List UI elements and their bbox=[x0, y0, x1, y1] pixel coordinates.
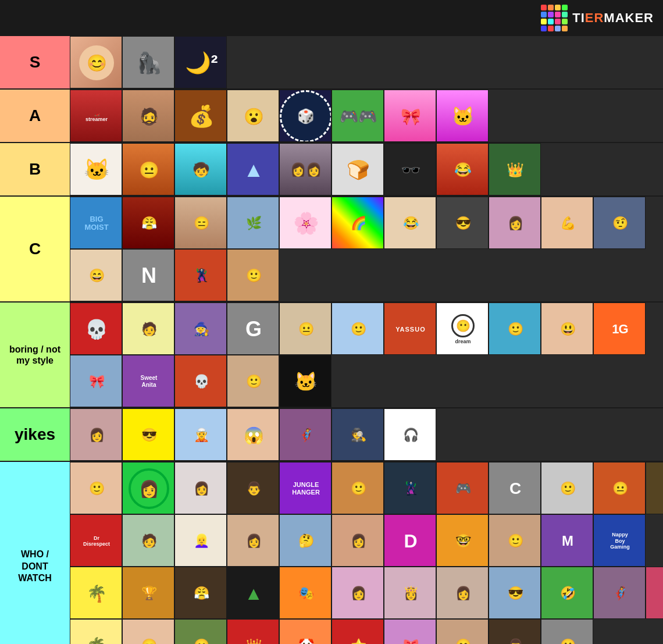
list-item: 🙂 bbox=[70, 462, 122, 514]
list-item: 😃 bbox=[541, 303, 593, 355]
tiermaker-logo: TiERMAKER bbox=[541, 5, 654, 31]
list-item: 😐 bbox=[174, 619, 227, 644]
list-item: 🌿 bbox=[227, 197, 279, 249]
list-item: 👩 bbox=[70, 408, 122, 461]
tier-items-yikes: 👩 😎 🧝 😱 🦸 🕵️ 🎧 bbox=[70, 408, 663, 461]
list-item: 😂 bbox=[384, 197, 436, 249]
list-item: 🎧 bbox=[384, 408, 436, 461]
list-item: 😎 bbox=[489, 567, 541, 619]
list-item: 😤 bbox=[122, 197, 174, 249]
list-item: 😱 bbox=[227, 408, 279, 461]
list-item: YASSUO bbox=[384, 303, 436, 355]
list-item: 🤓 bbox=[436, 514, 489, 567]
list-item: 💪 bbox=[541, 197, 593, 249]
tier-row-yikes: yikes 👩 😎 🧝 😱 🦸 🕵️ bbox=[0, 408, 663, 462]
list-item: 💀 bbox=[174, 355, 227, 407]
list-item: 🏎️streamer bbox=[70, 90, 122, 142]
list-item: 😊 bbox=[70, 36, 122, 88]
app-container: TiERMAKER S 😊 🦍 🌙² bbox=[0, 0, 663, 644]
list-item: 😮 bbox=[227, 90, 279, 142]
list-item: 😄 bbox=[70, 249, 122, 301]
list-item: 🙂 bbox=[227, 355, 279, 407]
logo-text: TiERMAKER bbox=[572, 10, 654, 26]
list-item: 🙂 bbox=[489, 303, 541, 355]
tier-row-s: S 😊 🦍 🌙² bbox=[0, 36, 663, 90]
tier-label-a: A bbox=[0, 90, 70, 142]
list-item: M bbox=[541, 514, 593, 567]
list-item: G bbox=[227, 303, 279, 355]
list-item: 🎭 bbox=[279, 567, 332, 619]
list-item: 😐 bbox=[122, 143, 174, 195]
list-item: 🙂 bbox=[332, 462, 384, 514]
list-item: 🎮🎮 bbox=[332, 90, 384, 142]
list-item: 👨 bbox=[646, 462, 663, 514]
list-item: 😑 bbox=[122, 619, 174, 644]
list-item: 👨 bbox=[489, 619, 541, 644]
list-item: 🌙² bbox=[174, 36, 227, 88]
list-item: 🐱 bbox=[279, 355, 332, 407]
tier-label-c: C bbox=[0, 197, 70, 301]
list-item: JUNGLE HANGER bbox=[279, 462, 332, 514]
list-item: 🎲 bbox=[279, 90, 332, 142]
list-item: 🎀 bbox=[384, 619, 436, 644]
list-item: ▲ bbox=[227, 143, 279, 195]
list-item: 🧒 bbox=[174, 143, 227, 195]
list-item: 🌸 bbox=[279, 197, 332, 249]
list-item: 👑 bbox=[489, 143, 541, 195]
list-item: 🦸‍♀️ bbox=[593, 567, 646, 619]
list-item: ⭐ bbox=[332, 619, 384, 644]
tier-items-c: BIG MOIST 😤 😑 bbox=[70, 197, 663, 301]
list-item: 👨 bbox=[227, 462, 279, 514]
list-item: 🧝 bbox=[174, 408, 227, 461]
list-item: 🤡 bbox=[279, 619, 332, 644]
tier-items-who: 🙂 👩 👩 👨 JUNGLE bbox=[70, 462, 663, 644]
list-item: 😂 bbox=[436, 143, 489, 195]
tier-row-boring: boring / not my style 💀 🧑 🧙 G bbox=[0, 303, 663, 408]
list-item: 👸 bbox=[384, 567, 436, 619]
tier-label-b: B bbox=[0, 143, 70, 195]
list-item: 🌴 bbox=[70, 619, 122, 644]
list-item: 🤨 bbox=[593, 197, 646, 249]
list-item: DrDisrespect bbox=[70, 514, 122, 567]
tier-row-who: WHO /DONTWATCH 🙂 👩 👩 bbox=[0, 462, 663, 644]
tier-items-boring: 💀 🧑 🧙 G 😐 🙂 bbox=[70, 303, 663, 407]
list-item: 🌈 bbox=[332, 197, 384, 249]
tier-items-row: DrDisrespect 🧑 👱‍♀️ 👩 🤔 👩 bbox=[70, 514, 663, 567]
list-item: 🎀 bbox=[70, 355, 122, 407]
list-item: 🏆 bbox=[122, 567, 174, 619]
list-item: 💀 bbox=[70, 303, 122, 355]
list-item: 😎 bbox=[436, 197, 489, 249]
list-item: 🤔 bbox=[279, 514, 332, 567]
list-item: 🙂 bbox=[227, 249, 279, 301]
list-item: 🧔 bbox=[122, 90, 174, 142]
list-item: 🦸 bbox=[279, 408, 332, 461]
list-item: 💰 bbox=[174, 90, 227, 142]
list-item: 🐱 bbox=[70, 143, 122, 195]
list-item: N bbox=[122, 249, 174, 301]
tier-row-c: C BIG MOIST 😤 bbox=[0, 197, 663, 303]
list-item: 👑 bbox=[227, 619, 279, 644]
tier-items-row: 🌴 🏆 😤 ▲ 🎭 👩 bbox=[70, 567, 663, 619]
list-item: 👩 bbox=[436, 567, 489, 619]
list-item: 👩 bbox=[122, 462, 174, 514]
list-item: 🙂 bbox=[541, 462, 593, 514]
list-item: 👩 bbox=[227, 514, 279, 567]
tier-list: S 😊 🦍 🌙² A bbox=[0, 36, 663, 644]
tier-items-row: 🎀 SweetAnita 💀 🙂 🐱 bbox=[70, 355, 663, 407]
list-item: 🐱 bbox=[436, 90, 489, 142]
list-item: BIG MOIST bbox=[70, 197, 122, 249]
list-item: 👩 bbox=[174, 462, 227, 514]
logo-grid-icon bbox=[541, 5, 568, 31]
tier-label-yikes: yikes bbox=[0, 408, 70, 461]
tier-items-a: 🏎️streamer 🧔 💰 😮 🎲 bbox=[70, 90, 663, 142]
list-item: D bbox=[384, 514, 436, 567]
list-item: 🧑 bbox=[122, 303, 174, 355]
list-item: 🎮 bbox=[436, 462, 489, 514]
list-item: 😐 bbox=[593, 462, 646, 514]
tier-items-row: 🌴 😑 😐 👑 🤡 ⭐ bbox=[70, 619, 663, 644]
header: TiERMAKER bbox=[0, 0, 663, 36]
list-item: 😶 dream bbox=[436, 303, 489, 355]
list-item: 😑 bbox=[174, 197, 227, 249]
list-item: 👩 bbox=[332, 514, 384, 567]
tier-items-row: 😄 N 🦹 🙂 bbox=[70, 249, 663, 301]
